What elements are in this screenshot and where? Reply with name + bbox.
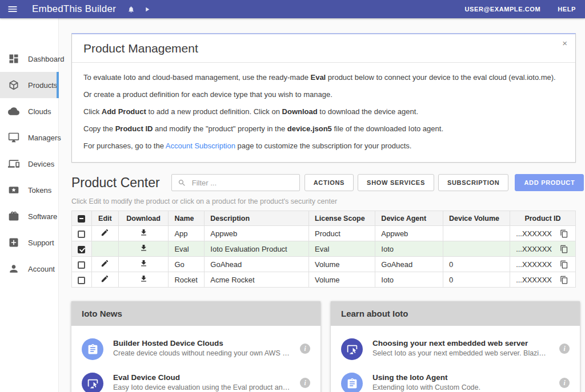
filter-field[interactable]	[171, 174, 300, 191]
panel-title: Product Management	[83, 42, 198, 55]
monitor-icon	[8, 132, 19, 143]
panel-header: Product Management ×	[72, 34, 575, 63]
actions-button[interactable]: ACTIONS	[304, 174, 354, 191]
row-checkbox[interactable]	[78, 231, 85, 238]
column-header-license: License Scope	[309, 211, 375, 226]
sidebar-item-tokens[interactable]: Tokens	[0, 177, 58, 203]
cell-product-id: ...XXXXXX	[516, 276, 552, 284]
news-item[interactable]: Builder Hosted Device Clouds Create devi…	[71, 332, 320, 366]
table-row[interactable]: Rocket Acme Rocket Volume Ioto 0 ...XXXX…	[72, 272, 576, 288]
sidebar-nav: Dashboard Products Clouds Managers Devic…	[0, 18, 59, 392]
cell-description: Appweb	[205, 226, 309, 241]
devices-icon	[8, 158, 19, 169]
info-icon[interactable]: i	[300, 343, 310, 354]
column-header-description: Description	[205, 211, 309, 226]
sidebar-item-devices[interactable]: Devices	[0, 151, 58, 177]
cell-name: App	[169, 226, 205, 241]
cell-volume: 0	[443, 257, 510, 272]
top-app-bar: EmbedThis Builder USER@EXAMPLE.COM HELP	[0, 0, 585, 18]
sidebar-item-software[interactable]: Software	[0, 203, 58, 229]
sidebar-item-support[interactable]: Support	[0, 229, 58, 256]
panel-paragraph: For purchases, go to the Account Subscri…	[83, 142, 564, 150]
app-title: EmbedThis Builder	[32, 3, 116, 15]
copy-icon[interactable]	[560, 260, 568, 269]
news-item-title: Choosing your next embedded web server	[372, 339, 550, 347]
main-content: Product Management × To evaluate Ioto an…	[59, 18, 585, 392]
cloud-icon	[8, 106, 19, 117]
row-checkbox[interactable]	[78, 277, 85, 284]
products-table: Edit Download Name Description License S…	[71, 211, 576, 288]
menu-icon[interactable]	[7, 3, 18, 15]
account-subscription-link[interactable]: Account Subscription	[166, 142, 235, 150]
download-icon[interactable]	[139, 259, 148, 268]
select-all-checkbox[interactable]	[78, 215, 85, 223]
play-icon[interactable]	[143, 6, 151, 13]
cell-license: Product	[309, 226, 375, 241]
table-row[interactable]: App Appweb Product Appweb ...XXXXXX	[72, 226, 576, 241]
filter-input[interactable]	[191, 178, 294, 188]
gift-icon	[8, 211, 19, 222]
sidebar-item-label: Products	[28, 81, 57, 90]
news-item-subtitle: Extending Ioto with Custom Code.	[372, 383, 550, 391]
cell-product-id: ...XXXXXX	[516, 245, 552, 253]
learn-about-ioto-card: Learn about Ioto Choosing your next embe…	[331, 301, 580, 392]
cell-product-id: ...XXXXXX	[516, 229, 552, 238]
row-checkbox[interactable]	[78, 246, 85, 253]
help-link[interactable]: HELP	[558, 6, 576, 13]
sidebar-item-label: Tokens	[28, 186, 51, 195]
table-hint: Click Edit to modify the product or clic…	[71, 197, 576, 205]
subscription-button[interactable]: SUBSCRIPTION	[438, 174, 509, 191]
info-icon[interactable]: i	[559, 378, 570, 388]
cell-agent: Appweb	[375, 226, 443, 241]
download-icon[interactable]	[139, 244, 148, 252]
user-email-menu[interactable]: USER@EXAMPLE.COM	[464, 6, 540, 13]
edit-pencil-icon[interactable]	[101, 259, 109, 268]
column-header-agent: Device Agent	[375, 211, 443, 226]
add-product-button[interactable]: ADD PRODUCT	[515, 174, 584, 191]
panel-paragraph: Or create a product definition for each …	[83, 90, 564, 99]
news-item[interactable]: Eval Device Cloud Easy Ioto device evalu…	[71, 366, 320, 392]
column-header-volume: Device Volume	[443, 211, 510, 226]
edit-pencil-icon[interactable]	[101, 228, 109, 237]
ioto-news-card: Ioto News Builder Hosted Device Clouds C…	[71, 301, 320, 392]
copy-icon[interactable]	[560, 229, 568, 238]
copy-icon[interactable]	[560, 276, 568, 284]
bell-icon[interactable]	[127, 6, 135, 13]
panel-body: To evaluate Ioto and cloud-based managem…	[72, 63, 575, 162]
table-row[interactable]: Eval Ioto Evaluation Product Eval Ioto .…	[72, 241, 576, 257]
cell-product-id: ...XXXXXX	[516, 260, 552, 269]
cube-icon	[8, 79, 19, 91]
cell-volume	[443, 241, 510, 257]
info-icon[interactable]: i	[300, 378, 310, 388]
row-checkbox[interactable]	[78, 261, 85, 269]
news-item[interactable]: Choosing your next embedded web server S…	[331, 332, 580, 366]
card-title: Learn about Ioto	[331, 301, 580, 326]
cell-description: GoAhead	[205, 257, 309, 272]
sidebar-item-label: Clouds	[28, 107, 51, 116]
copy-icon[interactable]	[560, 245, 568, 253]
news-item[interactable]: Using the Ioto Agent Extending Ioto with…	[331, 366, 580, 392]
column-header-edit: Edit	[91, 211, 118, 226]
news-item-subtitle: Create device clouds without needing you…	[113, 349, 290, 357]
sidebar-item-products[interactable]: Products	[0, 72, 58, 98]
download-icon[interactable]	[139, 274, 148, 283]
news-item-subtitle: Select Ioto as your next embedded web se…	[372, 349, 550, 357]
edit-pencil-icon[interactable]	[101, 274, 109, 283]
panel-paragraph: To evaluate Ioto and cloud-based managem…	[83, 73, 564, 82]
news-item-title: Builder Hosted Device Clouds	[113, 339, 290, 347]
search-icon	[178, 179, 186, 187]
table-row[interactable]: Go GoAhead Volume GoAhead 0 ...XXXXXX	[72, 257, 576, 272]
show-services-button[interactable]: SHOW SERVICES	[358, 174, 434, 191]
info-icon[interactable]: i	[559, 343, 570, 354]
clipboard-icon	[341, 373, 363, 392]
sidebar-item-dashboard[interactable]: Dashboard	[0, 46, 58, 72]
cell-agent: GoAhead	[375, 257, 443, 272]
sidebar-item-managers[interactable]: Managers	[0, 124, 58, 151]
download-icon[interactable]	[139, 228, 148, 237]
table-header-row: Edit Download Name Description License S…	[72, 211, 576, 226]
cell-license: Volume	[309, 272, 375, 288]
close-icon[interactable]: ×	[562, 39, 567, 47]
sidebar-item-clouds[interactable]: Clouds	[0, 98, 58, 124]
sidebar-item-label: Devices	[28, 160, 54, 168]
sidebar-item-account[interactable]: Account	[0, 256, 58, 282]
